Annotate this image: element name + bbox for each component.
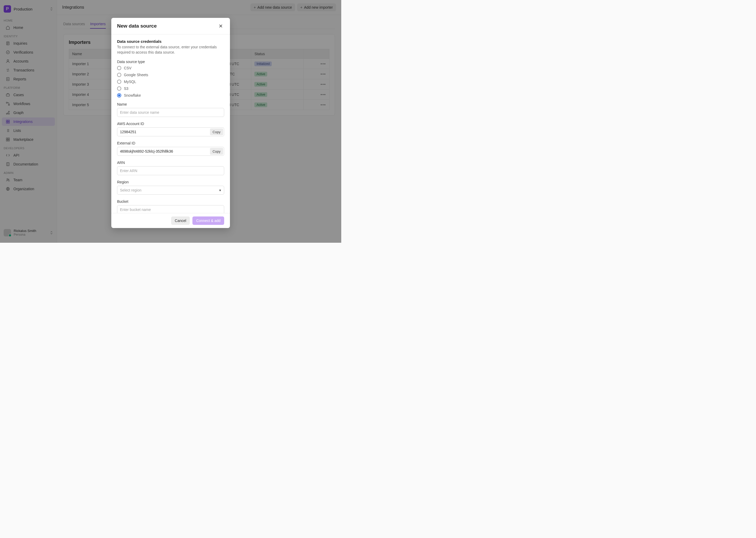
radio-label: Google Sheets: [124, 73, 148, 77]
modal-title: New data source: [117, 23, 157, 29]
external-id-input[interactable]: [117, 147, 224, 156]
radio-icon: [117, 73, 121, 77]
radio-mysql[interactable]: MySQL: [117, 80, 224, 84]
radio-label: MySQL: [124, 80, 136, 84]
radio-icon: [117, 66, 121, 70]
name-input[interactable]: [117, 108, 224, 117]
radio-google-sheets[interactable]: Google Sheets: [117, 73, 224, 77]
bucket-label: Bucket: [117, 199, 224, 204]
radio-csv[interactable]: CSV: [117, 66, 224, 70]
radio-label: CSV: [124, 66, 131, 70]
radio-s3[interactable]: S3: [117, 86, 224, 91]
connect-add-button[interactable]: Connect & add: [192, 216, 224, 225]
cancel-button[interactable]: Cancel: [171, 216, 190, 225]
name-label: Name: [117, 102, 224, 106]
arn-label: ARN: [117, 161, 224, 165]
external-id-label: External ID: [117, 141, 224, 145]
section-description: To connect to the external data source, …: [117, 45, 224, 55]
close-button[interactable]: [217, 23, 224, 29]
type-group-label: Data source type: [117, 60, 224, 64]
copy-aws-account-button[interactable]: Copy: [210, 129, 223, 135]
radio-label: Snowflake: [124, 93, 141, 97]
aws-account-id-input[interactable]: [117, 128, 224, 136]
radio-icon: [117, 80, 121, 84]
copy-external-id-button[interactable]: Copy: [210, 148, 223, 155]
region-select[interactable]: [117, 186, 224, 195]
aws-account-id-label: AWS Account ID: [117, 122, 224, 126]
section-title: Data source credentials: [117, 39, 224, 44]
close-icon: [218, 24, 223, 28]
radio-snowflake[interactable]: Snowflake: [117, 93, 224, 97]
radio-icon: [117, 93, 121, 97]
modal-overlay[interactable]: New data source Data source credentials …: [0, 0, 341, 243]
new-data-source-modal: New data source Data source credentials …: [111, 18, 230, 228]
radio-label: S3: [124, 86, 128, 91]
data-source-type-radios: CSV Google Sheets MySQL S3 Snowflake: [117, 66, 224, 97]
bucket-input[interactable]: [117, 205, 224, 213]
region-label: Region: [117, 180, 224, 184]
arn-input[interactable]: [117, 166, 224, 175]
radio-icon: [117, 86, 121, 91]
